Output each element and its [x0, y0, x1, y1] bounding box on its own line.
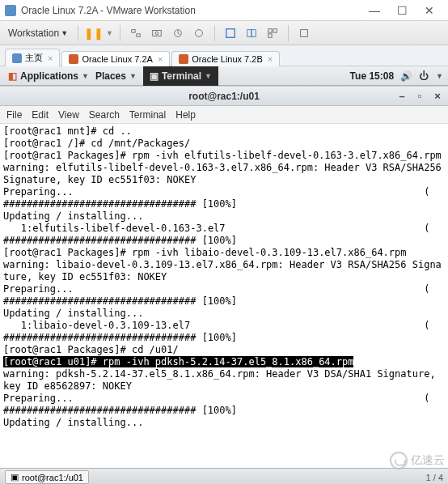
- maximize-button[interactable]: ☐: [388, 2, 416, 19]
- taskbar-label: root@rac1:/u01: [22, 473, 83, 482]
- fullscreen-button[interactable]: [222, 24, 239, 42]
- separator: [288, 25, 289, 41]
- vmware-tabs: 主页 × Oracle Linux 7.2A × Oracle Linux 7.…: [0, 45, 448, 66]
- tab-vm-a[interactable]: Oracle Linux 7.2A ×: [61, 51, 170, 66]
- svg-rect-7: [247, 29, 251, 36]
- close-button[interactable]: ✕: [416, 2, 443, 19]
- watermark: 亿速云: [390, 452, 445, 469]
- applications-label: Applications: [20, 70, 78, 82]
- menu-terminal[interactable]: Terminal: [129, 109, 166, 121]
- separator: [120, 25, 120, 41]
- menu-help[interactable]: Help: [175, 109, 196, 121]
- tab-home[interactable]: 主页 ×: [5, 49, 60, 66]
- stretch-button[interactable]: [295, 24, 313, 42]
- windows-titlebar: Oracle Linux 7.2A - VMware Workstation —…: [0, 0, 448, 21]
- svg-rect-10: [273, 28, 277, 32]
- places-label: Places: [95, 70, 126, 82]
- terminal-body[interactable]: [root@rac1 mnt]# cd ..[root@rac1 /]# cd …: [0, 124, 448, 456]
- separator: [214, 25, 215, 41]
- terminal-title: root@rac1:/u01: [188, 91, 260, 102]
- tab-label: 主页: [25, 52, 43, 64]
- svg-point-3: [155, 32, 158, 35]
- terminal-titlebar[interactable]: root@rac1:/u01 – ▫ ×: [0, 87, 448, 106]
- power-icon[interactable]: ⏻: [418, 70, 429, 82]
- watermark-text: 亿速云: [411, 453, 445, 468]
- menu-file[interactable]: File: [6, 109, 22, 121]
- chevron-down-icon: ▼: [82, 72, 89, 80]
- minimize-button[interactable]: —: [361, 2, 388, 19]
- window-title: Oracle Linux 7.2A - VMware Workstation: [21, 5, 361, 16]
- close-tab-icon[interactable]: ×: [268, 54, 273, 64]
- home-icon: [12, 53, 22, 63]
- terminal-menubar: File Edit View Search Terminal Help: [0, 106, 448, 124]
- tab-label: Oracle Linux 7.2A: [82, 54, 152, 64]
- clock[interactable]: Tue 15:08: [350, 70, 394, 82]
- tab-vm-b[interactable]: Oracle Linux 7.2B ×: [171, 51, 280, 66]
- terminal-maximize-button[interactable]: ▫: [414, 91, 425, 102]
- volume-icon[interactable]: 🔊: [400, 70, 412, 82]
- chevron-down-icon[interactable]: ▼: [436, 72, 443, 80]
- pause-button[interactable]: ❚❚: [85, 24, 103, 42]
- terminal-close-button[interactable]: ×: [432, 91, 443, 102]
- vm-icon: [69, 54, 78, 64]
- svg-rect-0: [132, 29, 135, 32]
- vmware-toolbar: Workstation ▼ ❚❚ ▼: [0, 21, 448, 45]
- terminal-icon: ▣: [150, 70, 158, 82]
- chevron-down-icon: ▼: [129, 72, 137, 80]
- thumbnail-button[interactable]: [264, 24, 281, 42]
- terminal-icon: ▣: [11, 472, 19, 482]
- svg-point-5: [196, 29, 203, 36]
- watermark-logo-icon: [390, 452, 408, 469]
- svg-rect-6: [226, 28, 235, 37]
- svg-rect-9: [268, 28, 272, 32]
- snapshot-manager-button[interactable]: [169, 24, 187, 42]
- svg-rect-11: [268, 33, 272, 36]
- menu-edit[interactable]: Edit: [32, 109, 49, 121]
- svg-rect-8: [251, 29, 256, 36]
- revert-button[interactable]: [190, 24, 208, 42]
- terminal-app-menu[interactable]: ▣ Terminal ▼: [143, 66, 218, 86]
- svg-rect-1: [137, 33, 140, 36]
- applications-menu[interactable]: ◧ Applications ▼: [5, 70, 92, 82]
- chevron-down-icon: ▼: [61, 29, 68, 37]
- unity-button[interactable]: [243, 24, 260, 42]
- chevron-down-icon[interactable]: ▼: [106, 29, 113, 37]
- terminal-window: root@rac1:/u01 – ▫ × File Edit View Sear…: [0, 86, 448, 468]
- gnome-topbar: ◧ Applications ▼ Places ▼ ▣ Terminal ▼ T…: [0, 66, 448, 86]
- separator: [78, 25, 78, 41]
- snapshot-button[interactable]: [148, 24, 166, 42]
- menu-search[interactable]: Search: [89, 109, 120, 121]
- close-tab-icon[interactable]: ×: [158, 54, 163, 64]
- workstation-menu-label: Workstation: [8, 28, 59, 39]
- places-menu[interactable]: Places ▼: [92, 70, 140, 82]
- menu-view[interactable]: View: [58, 109, 79, 121]
- terminal-label: Terminal: [162, 70, 201, 82]
- tab-label: Oracle Linux 7.2B: [192, 54, 262, 64]
- send-ctrlaltdel-button[interactable]: [127, 24, 145, 42]
- gnome-taskbar: ▣ root@rac1:/u01 1 / 4: [0, 468, 448, 484]
- workstation-menu[interactable]: Workstation ▼: [5, 26, 71, 40]
- taskbar-terminal-item[interactable]: ▣ root@rac1:/u01: [5, 470, 89, 484]
- svg-rect-12: [301, 29, 308, 36]
- vm-icon: [179, 54, 188, 64]
- svg-rect-2: [153, 30, 162, 36]
- workspace-pager[interactable]: 1 / 4: [426, 473, 443, 482]
- vmware-icon: [5, 5, 16, 16]
- close-tab-icon[interactable]: ×: [48, 53, 53, 63]
- terminal-minimize-button[interactable]: –: [396, 91, 408, 102]
- chevron-down-icon: ▼: [205, 72, 212, 80]
